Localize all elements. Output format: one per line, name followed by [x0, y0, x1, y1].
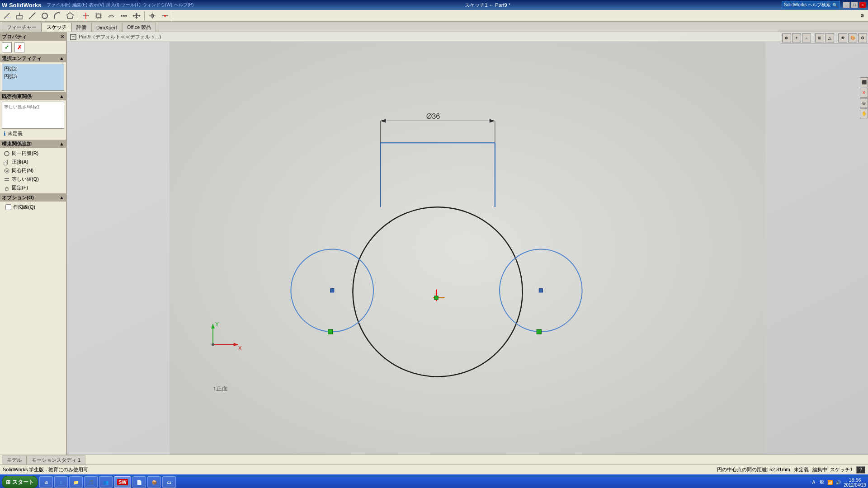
options-header[interactable]: オプション(O) ▲ [0, 193, 66, 202]
menu-edit[interactable]: 編集(E) [72, 2, 87, 8]
construction-line-checkbox[interactable] [5, 204, 11, 210]
constraint-concentric[interactable]: 同心円(N) [2, 166, 64, 175]
snap-button[interactable] [146, 11, 158, 21]
sep1 [78, 11, 78, 20]
window-controls: _ □ × [843, 2, 866, 8]
status-edition: SolidWorks 学生版 - 教育にのみ使用可 [3, 466, 88, 473]
display-style-button[interactable]: △ [825, 33, 834, 42]
panel-close-icon[interactable]: ✕ [60, 34, 64, 40]
trim-entities-button[interactable] [80, 11, 92, 21]
tray-icon-2: 般 [818, 479, 826, 486]
left-circle-handle[interactable] [328, 329, 333, 334]
clock[interactable]: 18:56 2012/04/29 [844, 477, 866, 488]
move-entities-button[interactable] [131, 11, 142, 21]
taskbar-pdf[interactable]: 📄 [132, 476, 146, 488]
svg-marker-14 [132, 13, 141, 19]
close-button[interactable]: × [859, 2, 866, 8]
taskbar-explorer[interactable]: 📁 [69, 476, 83, 488]
zoom-in-button[interactable]: + [792, 33, 801, 42]
construction-line-option[interactable]: 作図線(Q) [2, 203, 64, 211]
add-constraints-header[interactable]: 構束関係追加 ▲ [0, 140, 66, 148]
existing-constraints-content: 等しい長さ/半径1 ℹ 未定義 [0, 100, 66, 140]
menu-tools[interactable]: ツール(T) [121, 2, 141, 8]
tab-sketch[interactable]: スケッチ [42, 23, 71, 32]
selected-entities-header[interactable]: 選択エンティティ ▲ [0, 54, 66, 62]
svg-point-13 [125, 15, 127, 17]
menu-insert[interactable]: 挿入(I) [106, 2, 119, 8]
constraint-fixed[interactable]: 固定(F) [2, 183, 64, 192]
constraint-equal[interactable]: 等しい値(Q) [2, 175, 64, 183]
sep2 [144, 11, 145, 20]
cv-sep2 [836, 33, 836, 42]
svg-point-12 [123, 15, 125, 17]
polygon-button[interactable] [64, 11, 76, 21]
constraint-same-arc[interactable]: 同一円弧(R) [2, 149, 64, 158]
bottom-tabs-bar: モデル モーションスタディ 1 [0, 455, 868, 465]
tab-features[interactable]: フィーチャー [2, 23, 42, 32]
tab-evaluate[interactable]: 評価 [71, 23, 91, 32]
svg-point-5 [42, 13, 47, 19]
hide-show-button[interactable]: 👁 [838, 33, 847, 42]
maximize-button[interactable]: □ [851, 2, 858, 8]
tab-motion-study[interactable]: モーションスタディ 1 [27, 455, 85, 465]
sketch-canvas[interactable]: Ø36 [67, 42, 868, 455]
breadcrumb-bar: Part9（デフォルト≪≪デフォルト...) [67, 32, 814, 42]
right-circle-handle[interactable] [537, 329, 541, 334]
convert-entities-button[interactable] [93, 11, 104, 21]
arc-button[interactable] [52, 11, 63, 21]
menu-view[interactable]: 表示(V) [89, 2, 104, 8]
split-sketch-button[interactable] [159, 11, 171, 21]
taskbar-folder[interactable]: 🗂 [162, 476, 176, 488]
zoom-to-fit-button[interactable]: ⊕ [782, 33, 791, 42]
line-button[interactable] [26, 11, 38, 21]
sw-logo: W SolidWorks [2, 2, 41, 9]
existing-constraints-collapse-icon: ▲ [59, 94, 64, 99]
smart-dim-button[interactable]: ←→ [1, 11, 13, 21]
search-icon: 🔍 [832, 3, 838, 8]
taskbar-solidworks[interactable]: SW [114, 476, 131, 488]
zoom-out-button[interactable]: − [802, 33, 811, 42]
entity-item-1[interactable]: 円弧2 [3, 65, 63, 73]
menu-file[interactable]: ファイル(F) [47, 2, 71, 8]
left-circle-center-handle[interactable] [330, 289, 334, 292]
panel-title-bar: プロパティ ✕ [0, 32, 66, 41]
edit-appearance-button[interactable]: 🎨 [848, 33, 857, 42]
offset-entities-button[interactable] [105, 11, 117, 21]
menu-window[interactable]: ウィンドウ(W) [142, 2, 172, 8]
minimize-button[interactable]: _ [843, 2, 850, 8]
constraint-tangent[interactable]: 正接(A) [2, 158, 64, 166]
menu-help[interactable]: ヘルプ(P) [174, 2, 193, 8]
tab-model[interactable]: モデル [2, 455, 27, 465]
taskbar-media[interactable]: 🎵 [84, 476, 98, 488]
taskbar-people[interactable]: 👥 [99, 476, 113, 488]
cancel-button[interactable]: ✗ [14, 42, 24, 52]
start-button[interactable]: ⊞ スタート [2, 476, 38, 488]
options-button[interactable]: ⚙ [857, 11, 867, 21]
circle-button[interactable] [39, 11, 51, 21]
taskbar-archive[interactable]: 📦 [147, 476, 161, 488]
center-handle[interactable] [434, 296, 438, 300]
svg-text:←→: ←→ [6, 16, 11, 19]
right-circle-center-handle[interactable] [539, 289, 542, 292]
search-box[interactable]: SolidWorks ヘルプ検索 🔍 [782, 1, 840, 9]
existing-constraints-header[interactable]: 既存拘束関係 ▲ [0, 92, 66, 100]
sketch-method-button[interactable] [14, 11, 25, 21]
add-constraints-label: 構束関係追加 [2, 141, 32, 147]
options-canvas-button[interactable]: ⚙ [858, 33, 867, 42]
taskbar-desktop[interactable]: 🖥 [39, 476, 53, 488]
selected-entities-collapse-icon: ▲ [59, 56, 64, 61]
constraint-item-1[interactable]: 等しい長さ/半径1 [3, 103, 63, 111]
tab-office[interactable]: Office 製品 [122, 23, 156, 32]
accept-button[interactable]: ✓ [2, 42, 12, 52]
add-constraints-collapse-icon: ▲ [59, 141, 64, 146]
view-orientation-button[interactable]: ⊞ [815, 33, 824, 42]
tab-dimxpert[interactable]: DimXpert [91, 23, 122, 32]
help-button[interactable]: ? [856, 466, 865, 474]
status-text: 未定義 [8, 130, 23, 137]
linear-pattern-button[interactable] [118, 11, 130, 21]
entity-item-2[interactable]: 円弧3 [3, 73, 63, 80]
cv-sep1 [813, 33, 813, 42]
front-plane-label: ↑正面 [213, 385, 228, 392]
panel-title: プロパティ [2, 33, 27, 40]
taskbar-ie[interactable]: e [54, 476, 68, 488]
